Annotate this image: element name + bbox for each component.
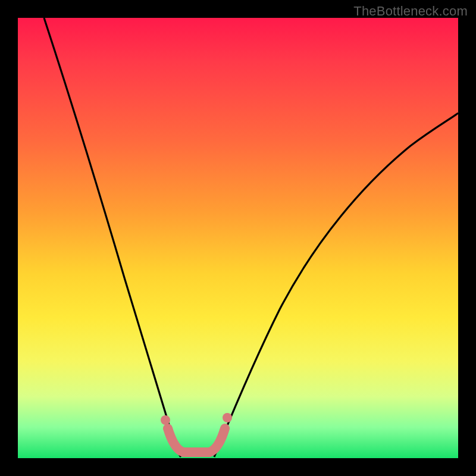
watermark-text: TheBottleneck.com — [353, 4, 468, 19]
chart-frame: TheBottleneck.com — [0, 0, 476, 476]
left-curve — [44, 18, 181, 457]
highlight-dot-left — [161, 415, 170, 425]
right-curve — [214, 113, 458, 457]
curves-svg — [18, 18, 458, 458]
highlight-segment — [168, 428, 225, 452]
highlight-dot-right — [223, 413, 232, 422]
plot-area — [18, 18, 458, 458]
